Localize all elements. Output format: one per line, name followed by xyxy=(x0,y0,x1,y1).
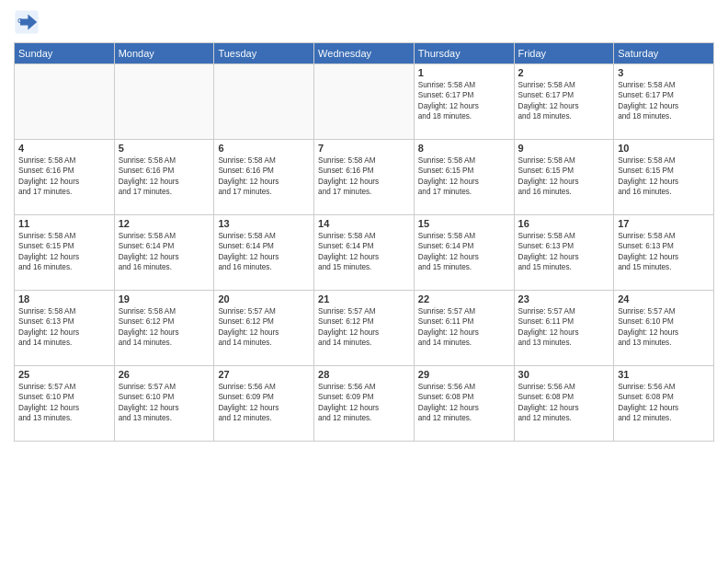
calendar-cell: 28Sunrise: 5:56 AM Sunset: 6:09 PM Dayli… xyxy=(314,366,415,442)
calendar-cell: 17Sunrise: 5:58 AM Sunset: 6:13 PM Dayli… xyxy=(614,215,714,291)
day-info: Sunrise: 5:58 AM Sunset: 6:17 PM Dayligh… xyxy=(418,80,510,122)
weekday-header-monday: Monday xyxy=(114,43,214,64)
day-number: 16 xyxy=(518,218,610,229)
calendar-cell: 12Sunrise: 5:58 AM Sunset: 6:14 PM Dayli… xyxy=(114,215,214,291)
calendar-cell: 24Sunrise: 5:57 AM Sunset: 6:10 PM Dayli… xyxy=(614,291,714,366)
day-info: Sunrise: 5:58 AM Sunset: 6:17 PM Dayligh… xyxy=(518,80,610,122)
day-info: Sunrise: 5:58 AM Sunset: 6:15 PM Dayligh… xyxy=(618,155,710,198)
svg-text:G: G xyxy=(17,17,22,24)
day-number: 24 xyxy=(618,293,710,304)
calendar-cell: 25Sunrise: 5:57 AM Sunset: 6:10 PM Dayli… xyxy=(15,366,115,442)
day-number: 14 xyxy=(318,218,410,229)
day-number: 28 xyxy=(318,369,410,380)
day-number: 21 xyxy=(318,293,410,304)
day-number: 20 xyxy=(218,293,310,304)
day-info: Sunrise: 5:58 AM Sunset: 6:17 PM Dayligh… xyxy=(618,80,710,122)
day-info: Sunrise: 5:57 AM Sunset: 6:12 PM Dayligh… xyxy=(318,306,410,349)
day-number: 4 xyxy=(18,143,110,154)
calendar-cell: 16Sunrise: 5:58 AM Sunset: 6:13 PM Dayli… xyxy=(514,215,614,291)
day-number: 12 xyxy=(119,218,210,229)
week-row-3: 11Sunrise: 5:58 AM Sunset: 6:15 PM Dayli… xyxy=(15,215,714,291)
page: G SundayMondayTuesdayWednesdayThursdayFr… xyxy=(0,0,728,563)
weekday-header-saturday: Saturday xyxy=(614,43,714,64)
weekday-header-friday: Friday xyxy=(514,43,614,64)
day-number: 15 xyxy=(418,218,510,229)
calendar-cell: 6Sunrise: 5:58 AM Sunset: 6:16 PM Daylig… xyxy=(214,140,314,215)
day-number: 29 xyxy=(418,369,510,380)
day-number: 23 xyxy=(518,293,610,304)
day-number: 26 xyxy=(119,369,210,380)
day-number: 1 xyxy=(418,67,510,78)
day-info: Sunrise: 5:56 AM Sunset: 6:09 PM Dayligh… xyxy=(218,382,310,424)
calendar-cell: 30Sunrise: 5:56 AM Sunset: 6:08 PM Dayli… xyxy=(514,366,614,442)
calendar-cell: 8Sunrise: 5:58 AM Sunset: 6:15 PM Daylig… xyxy=(414,140,514,215)
day-info: Sunrise: 5:58 AM Sunset: 6:14 PM Dayligh… xyxy=(119,231,210,273)
calendar-cell: 3Sunrise: 5:58 AM Sunset: 6:17 PM Daylig… xyxy=(614,64,714,140)
calendar-cell: 26Sunrise: 5:57 AM Sunset: 6:10 PM Dayli… xyxy=(114,366,214,442)
day-info: Sunrise: 5:57 AM Sunset: 6:12 PM Dayligh… xyxy=(218,306,310,349)
week-row-1: 1Sunrise: 5:58 AM Sunset: 6:17 PM Daylig… xyxy=(15,64,714,140)
calendar-cell xyxy=(314,64,415,140)
calendar-cell: 10Sunrise: 5:58 AM Sunset: 6:15 PM Dayli… xyxy=(614,140,714,215)
day-number: 9 xyxy=(518,143,610,154)
day-number: 11 xyxy=(18,218,110,229)
day-info: Sunrise: 5:57 AM Sunset: 6:11 PM Dayligh… xyxy=(418,306,510,349)
calendar-cell: 21Sunrise: 5:57 AM Sunset: 6:12 PM Dayli… xyxy=(314,291,415,366)
calendar-cell xyxy=(15,64,115,140)
day-number: 10 xyxy=(618,143,710,154)
calendar-cell: 7Sunrise: 5:58 AM Sunset: 6:16 PM Daylig… xyxy=(314,140,415,215)
week-row-5: 25Sunrise: 5:57 AM Sunset: 6:10 PM Dayli… xyxy=(15,366,714,442)
day-number: 25 xyxy=(18,369,110,380)
day-info: Sunrise: 5:56 AM Sunset: 6:08 PM Dayligh… xyxy=(418,382,510,424)
calendar-cell xyxy=(214,64,314,140)
day-number: 8 xyxy=(418,143,510,154)
weekday-header-thursday: Thursday xyxy=(414,43,514,64)
day-info: Sunrise: 5:57 AM Sunset: 6:10 PM Dayligh… xyxy=(18,382,110,424)
week-row-2: 4Sunrise: 5:58 AM Sunset: 6:16 PM Daylig… xyxy=(15,140,714,215)
calendar-cell: 1Sunrise: 5:58 AM Sunset: 6:17 PM Daylig… xyxy=(414,64,514,140)
calendar-cell: 29Sunrise: 5:56 AM Sunset: 6:08 PM Dayli… xyxy=(414,366,514,442)
day-info: Sunrise: 5:57 AM Sunset: 6:10 PM Dayligh… xyxy=(119,382,210,424)
calendar-cell: 11Sunrise: 5:58 AM Sunset: 6:15 PM Dayli… xyxy=(15,215,115,291)
day-info: Sunrise: 5:58 AM Sunset: 6:16 PM Dayligh… xyxy=(318,155,410,198)
calendar-cell xyxy=(114,64,214,140)
day-number: 27 xyxy=(218,369,310,380)
calendar-cell: 20Sunrise: 5:57 AM Sunset: 6:12 PM Dayli… xyxy=(214,291,314,366)
calendar-cell: 22Sunrise: 5:57 AM Sunset: 6:11 PM Dayli… xyxy=(414,291,514,366)
day-number: 30 xyxy=(518,369,610,380)
day-info: Sunrise: 5:58 AM Sunset: 6:14 PM Dayligh… xyxy=(318,231,410,273)
day-info: Sunrise: 5:56 AM Sunset: 6:09 PM Dayligh… xyxy=(318,382,410,424)
weekday-header-sunday: Sunday xyxy=(15,43,115,64)
calendar-cell: 5Sunrise: 5:58 AM Sunset: 6:16 PM Daylig… xyxy=(114,140,214,215)
day-info: Sunrise: 5:58 AM Sunset: 6:14 PM Dayligh… xyxy=(218,231,310,273)
day-info: Sunrise: 5:56 AM Sunset: 6:08 PM Dayligh… xyxy=(518,382,610,424)
calendar-cell: 2Sunrise: 5:58 AM Sunset: 6:17 PM Daylig… xyxy=(514,64,614,140)
day-info: Sunrise: 5:58 AM Sunset: 6:12 PM Dayligh… xyxy=(119,306,210,349)
day-number: 7 xyxy=(318,143,410,154)
week-row-4: 18Sunrise: 5:58 AM Sunset: 6:13 PM Dayli… xyxy=(15,291,714,366)
calendar-cell: 18Sunrise: 5:58 AM Sunset: 6:13 PM Dayli… xyxy=(15,291,115,366)
day-number: 19 xyxy=(119,293,210,304)
day-number: 22 xyxy=(418,293,510,304)
logo: G xyxy=(14,9,43,35)
header: G xyxy=(14,9,714,35)
day-info: Sunrise: 5:57 AM Sunset: 6:10 PM Dayligh… xyxy=(618,306,710,349)
calendar-cell: 31Sunrise: 5:56 AM Sunset: 6:08 PM Dayli… xyxy=(614,366,714,442)
day-number: 5 xyxy=(119,143,210,154)
day-number: 13 xyxy=(218,218,310,229)
weekday-header-wednesday: Wednesday xyxy=(314,43,415,64)
day-info: Sunrise: 5:58 AM Sunset: 6:13 PM Dayligh… xyxy=(518,231,610,273)
day-info: Sunrise: 5:58 AM Sunset: 6:16 PM Dayligh… xyxy=(218,155,310,198)
calendar-cell: 13Sunrise: 5:58 AM Sunset: 6:14 PM Dayli… xyxy=(214,215,314,291)
calendar-cell: 14Sunrise: 5:58 AM Sunset: 6:14 PM Dayli… xyxy=(314,215,415,291)
calendar-cell: 4Sunrise: 5:58 AM Sunset: 6:16 PM Daylig… xyxy=(15,140,115,215)
calendar-cell: 15Sunrise: 5:58 AM Sunset: 6:14 PM Dayli… xyxy=(414,215,514,291)
calendar-cell: 27Sunrise: 5:56 AM Sunset: 6:09 PM Dayli… xyxy=(214,366,314,442)
calendar-table: SundayMondayTuesdayWednesdayThursdayFrid… xyxy=(14,42,714,442)
day-info: Sunrise: 5:56 AM Sunset: 6:08 PM Dayligh… xyxy=(618,382,710,424)
weekday-header-row: SundayMondayTuesdayWednesdayThursdayFrid… xyxy=(15,43,714,64)
logo-icon: G xyxy=(14,9,40,35)
day-info: Sunrise: 5:58 AM Sunset: 6:15 PM Dayligh… xyxy=(18,231,110,273)
day-number: 3 xyxy=(618,67,710,78)
day-info: Sunrise: 5:58 AM Sunset: 6:13 PM Dayligh… xyxy=(618,231,710,273)
